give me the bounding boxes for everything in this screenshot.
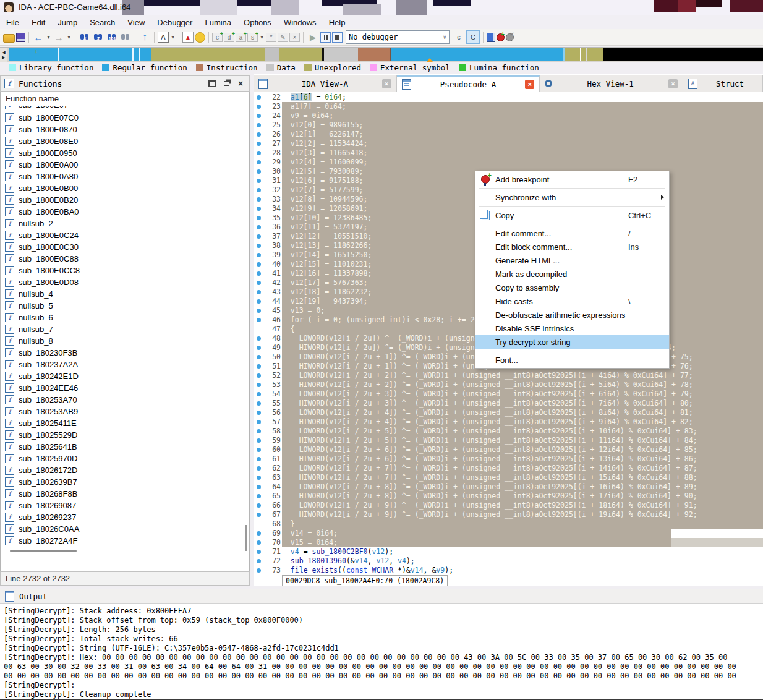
breakpoint-dot-icon[interactable] xyxy=(257,531,261,536)
code-line-71[interactable]: 71 v4 = sub_1800C2BF0(v12); xyxy=(254,547,763,557)
function-row[interactable]: fsub_180230F3B xyxy=(1,347,249,359)
code-line-64[interactable]: 64 LOWORD(v12[i / 2u + 8]) ^= (_WORD)i +… xyxy=(254,482,763,492)
function-row[interactable]: fnullsub_5 xyxy=(1,300,249,312)
breakpoint-dot-icon[interactable] xyxy=(257,336,261,341)
function-row[interactable]: fsub_18024EE46 xyxy=(1,382,249,394)
remove-breakpoint-tool-icon[interactable] xyxy=(506,33,514,41)
problems-icon[interactable]: ▲ xyxy=(182,32,194,43)
navband-segment[interactable] xyxy=(324,48,358,61)
function-row[interactable]: fsub_18025970D xyxy=(1,453,249,464)
menu-view[interactable]: View xyxy=(121,17,151,28)
debug-pause-icon[interactable] xyxy=(320,32,331,43)
breakpoint-dot-icon[interactable] xyxy=(257,151,261,155)
code-line-69[interactable]: 69 v14 = 0i64; xyxy=(254,529,763,538)
tab-ida-view-a[interactable]: IDA View-A× xyxy=(254,75,397,92)
context-menu-item-mark-as-decompiled[interactable]: Mark as decompiled xyxy=(475,267,669,281)
function-row[interactable]: fsub_1800E0A80 xyxy=(1,171,249,182)
context-menu-item-try-decrypt-xor-string[interactable]: Try decrypt xor string xyxy=(475,335,669,349)
function-row[interactable]: fsub_1800E0D08 xyxy=(1,276,249,288)
menu-search[interactable]: Search xyxy=(83,17,121,28)
navband-segment[interactable] xyxy=(279,48,322,61)
breakpoint-dot-icon[interactable] xyxy=(257,476,261,480)
code-line-24[interactable]: 24 v9 = 0i64; xyxy=(254,111,763,121)
menu-options[interactable]: Options xyxy=(237,17,278,28)
code-line-58[interactable]: 58 LOWORD(v12[i / 2u + 5]) ^= (_WORD)i +… xyxy=(254,427,763,436)
code-line-63[interactable]: 63 HIWORD(v12[i / 2u + 7]) ^= (_WORD)i +… xyxy=(254,473,763,482)
context-menu-item-add-breakpoint[interactable]: Add breakpointF2 xyxy=(475,173,669,186)
breakpoint-dot-icon[interactable] xyxy=(257,318,261,322)
breakpoint-dot-icon[interactable] xyxy=(257,142,261,146)
breakpoint-dot-icon[interactable] xyxy=(257,457,261,461)
output-log[interactable]: [StringDecrypt]: Stack address: 0x800EFF… xyxy=(0,605,763,699)
code-line-23[interactable]: 23 a1[7] = 0i64; xyxy=(254,102,763,111)
function-row[interactable]: fnullsub_4 xyxy=(1,288,249,300)
breakpoint-dot-icon[interactable] xyxy=(257,188,261,192)
function-row[interactable]: fsub_1800E0870 xyxy=(1,124,249,135)
navband-segment[interactable] xyxy=(565,48,603,61)
function-row[interactable]: fsub_18026172D xyxy=(1,464,249,476)
function-row[interactable]: fsub_180268F8B xyxy=(1,488,249,500)
continue-process-icon[interactable]: C xyxy=(466,30,480,44)
code-line-57[interactable]: 57 HIWORD(v12[i / 2u + 4]) ^= (_WORD)i +… xyxy=(254,417,763,427)
forward-arrow-icon[interactable]: → xyxy=(53,31,65,43)
text-box-icon[interactable]: A xyxy=(158,32,169,43)
context-menu-item-copy-to-assembly[interactable]: Copy to assembly xyxy=(475,281,669,294)
breakpoint-dot-icon[interactable] xyxy=(257,355,261,359)
context-menu-item-generate-html[interactable]: Generate HTML... xyxy=(475,254,669,267)
navigation-band[interactable]: ◀▶ ↓ xyxy=(0,47,763,62)
breakpoint-dot-icon[interactable] xyxy=(257,95,261,100)
function-row[interactable]: fsub_1800E0A00 xyxy=(1,159,249,171)
breakpoint-dot-icon[interactable] xyxy=(257,503,261,508)
code-line-52[interactable]: 52 LOWORD(v12[i / 2u + 2]) ^= (_WORD)i +… xyxy=(254,371,763,380)
code-line-53[interactable]: 53 HIWORD(v12[i / 2u + 2]) ^= (_WORD)i +… xyxy=(254,380,763,390)
save-file-icon[interactable] xyxy=(16,33,25,42)
code-line-60[interactable]: 60 LOWORD(v12[i / 2u + 6]) ^= (_WORD)i +… xyxy=(254,445,763,455)
code-line-72[interactable]: 72 sub_180013960(&v14, v12, v4); xyxy=(254,557,763,566)
menu-file[interactable]: File xyxy=(0,17,25,28)
create-code-icon[interactable]: c xyxy=(212,33,223,42)
breakpoint-dot-icon[interactable] xyxy=(257,392,261,396)
code-line-66[interactable]: 66 LOWORD(v12[i / 2u + 9]) ^= (_WORD)i +… xyxy=(254,501,763,510)
code-line-61[interactable]: 61 HIWORD(v12[i / 2u + 6]) ^= (_WORD)i +… xyxy=(254,455,763,464)
breakpoint-dot-icon[interactable] xyxy=(257,244,261,248)
breakpoint-dot-icon[interactable] xyxy=(257,216,261,220)
breakpoint-dot-icon[interactable] xyxy=(257,559,261,563)
function-row[interactable]: fsub_180253AB9 xyxy=(1,406,249,417)
debugger-select[interactable]: No debugger∨ xyxy=(346,30,450,44)
jump-arrow-icon[interactable]: ↑ xyxy=(139,31,151,43)
navband-segment[interactable] xyxy=(151,48,265,61)
navband-segment[interactable] xyxy=(265,48,279,61)
context-menu-item-disable-sse-intrinsics[interactable]: Disable SSE intrinsics xyxy=(475,322,669,335)
breakpoint-dot-icon[interactable] xyxy=(257,429,261,433)
breakpoint-dot-icon[interactable] xyxy=(257,568,261,573)
breakpoint-dot-icon[interactable] xyxy=(257,132,261,137)
function-row[interactable]: fsub_1800E0BA0 xyxy=(1,206,249,218)
function-row-clipped[interactable]: fsub_1800E07 xyxy=(1,106,249,112)
function-row[interactable]: fsub_1800E0B00 xyxy=(1,182,249,194)
text-caret-icon[interactable]: ▾ xyxy=(170,31,176,43)
back-arrow-icon[interactable]: ← xyxy=(32,31,45,43)
function-row[interactable]: fsub_1802639B7 xyxy=(1,476,249,488)
attach-process-icon[interactable]: c xyxy=(453,31,465,43)
code-line-54[interactable]: 54 LOWORD(v12[i / 2u + 3]) ^= (_WORD)i +… xyxy=(254,390,763,399)
function-row[interactable]: fnullsub_7 xyxy=(1,323,249,335)
breakpoint-dot-icon[interactable] xyxy=(257,540,261,545)
float-window-icon[interactable] xyxy=(221,79,231,88)
breakpoint-dot-icon[interactable] xyxy=(257,281,261,285)
debug-stop-icon[interactable] xyxy=(332,32,343,43)
function-row[interactable]: fsub_1800E0CC8 xyxy=(1,265,249,276)
search-next-icon[interactable] xyxy=(119,31,132,43)
breakpoint-dot-icon[interactable] xyxy=(257,373,261,378)
edit-icon[interactable]: ✎ xyxy=(278,33,288,42)
close-icon[interactable]: × xyxy=(382,79,391,88)
code-line-67[interactable]: 67 HIWORD(v12[i / 2u + 9]) ^= (_WORD)i +… xyxy=(254,510,763,519)
context-menu-item-edit-block-comment[interactable]: Edit block comment...Ins xyxy=(475,240,669,254)
open-file-icon[interactable] xyxy=(3,34,15,43)
navband-segment[interactable] xyxy=(9,48,151,61)
function-row[interactable]: fsub_180269237 xyxy=(1,511,249,523)
tab-struct[interactable]: AStruct xyxy=(683,75,763,92)
tab-hex-view-1[interactable]: Hex View-1× xyxy=(540,75,683,92)
menu-jump[interactable]: Jump xyxy=(51,17,83,28)
function-row[interactable]: fsub_180237A2A xyxy=(1,359,249,370)
breakpoint-dot-icon[interactable] xyxy=(257,550,261,554)
